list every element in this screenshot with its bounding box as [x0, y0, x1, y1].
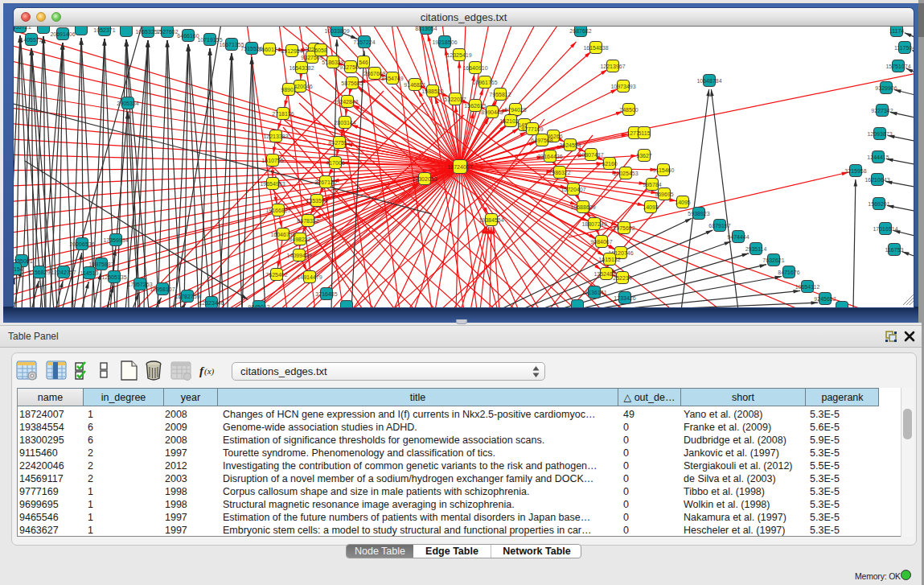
- svg-text:116753: 116753: [885, 247, 904, 253]
- svg-text:18807249: 18807249: [581, 221, 606, 227]
- svg-text:9146821: 9146821: [404, 82, 425, 88]
- svg-text:53627: 53627: [636, 153, 652, 159]
- svg-text:8660124: 8660124: [258, 47, 280, 52]
- svg-text:7986322: 7986322: [548, 170, 570, 175]
- svg-text:19218506: 19218506: [432, 39, 457, 45]
- svg-text:(x): (x): [204, 366, 215, 377]
- svg-text:2803144: 2803144: [334, 120, 355, 126]
- svg-text:15720407: 15720407: [561, 187, 585, 192]
- svg-text:8813054: 8813054: [415, 27, 437, 31]
- svg-text:10025453: 10025453: [613, 171, 638, 176]
- svg-text:12213967: 12213967: [600, 64, 625, 69]
- svg-text:8454749: 8454749: [381, 76, 403, 81]
- svg-text:2687682: 2687682: [569, 28, 591, 34]
- svg-text:62160: 62160: [602, 161, 618, 167]
- svg-text:10961765: 10961765: [472, 80, 497, 85]
- svg-text:9777169: 9777169: [521, 126, 543, 132]
- svg-text:14093: 14093: [643, 204, 659, 210]
- svg-text:1615132: 1615132: [598, 257, 620, 262]
- svg-text:2905334: 2905334: [117, 101, 138, 106]
- svg-text:9474444: 9474444: [727, 234, 749, 240]
- svg-text:7955812: 7955812: [489, 92, 511, 97]
- svg-text:16154838: 16154838: [583, 45, 608, 51]
- svg-text:8678332: 8678332: [297, 218, 318, 224]
- svg-text:1052371: 1052371: [93, 27, 115, 33]
- svg-text:19384554: 19384554: [478, 217, 503, 223]
- svg-text:9084067: 9084067: [590, 239, 612, 245]
- svg-text:8427552: 8427552: [328, 140, 350, 146]
- svg-text:20206536: 20206536: [69, 241, 94, 247]
- svg-text:6497568: 6497568: [531, 138, 552, 143]
- svg-text:12242757: 12242757: [51, 270, 76, 275]
- svg-text:6466160: 6466160: [177, 33, 199, 39]
- svg-text:5875685: 5875685: [341, 80, 363, 86]
- svg-text:748500: 748500: [619, 107, 638, 113]
- svg-text:9329906: 9329906: [875, 85, 897, 91]
- svg-text:8990448: 8990448: [481, 109, 503, 115]
- svg-text:1117504: 1117504: [894, 45, 914, 51]
- svg-text:6058: 6058: [314, 47, 327, 53]
- svg-text:19166827: 19166827: [265, 208, 290, 213]
- svg-text:9245012: 9245012: [248, 304, 269, 308]
- svg-text:8471676: 8471676: [778, 270, 799, 275]
- svg-text:16543382: 16543382: [289, 65, 314, 71]
- svg-text:12325419: 12325419: [446, 52, 471, 58]
- svg-text:14914479: 14914479: [297, 274, 322, 280]
- svg-text:995784: 995784: [643, 182, 661, 187]
- svg-text:16046736: 16046736: [270, 232, 295, 237]
- svg-text:417006: 417006: [326, 160, 344, 166]
- svg-text:17957253: 17957253: [127, 282, 152, 287]
- svg-text:1562615: 1562615: [464, 103, 486, 109]
- svg-text:1610755: 1610755: [261, 158, 283, 163]
- svg-text:2055721: 2055721: [14, 27, 31, 30]
- svg-text:3215958: 3215958: [844, 168, 866, 174]
- svg-text:17016514: 17016514: [873, 226, 897, 232]
- svg-text:23302053: 23302053: [412, 176, 437, 182]
- svg-text:18724007: 18724007: [447, 164, 472, 170]
- svg-text:16210643: 16210643: [864, 177, 889, 183]
- svg-text:5322037: 5322037: [444, 97, 466, 102]
- svg-text:23164436: 23164436: [537, 154, 562, 159]
- svg-text:14099489: 14099489: [286, 253, 311, 258]
- svg-text:10973493: 10973493: [610, 84, 635, 89]
- svg-text:7625402: 7625402: [265, 272, 287, 278]
- svg-text:14136141: 14136141: [581, 290, 606, 295]
- svg-text:12093873: 12093873: [867, 131, 892, 137]
- svg-text:39154: 39154: [14, 266, 23, 272]
- svg-text:252214: 252214: [613, 275, 631, 281]
- svg-text:6794028: 6794028: [504, 107, 526, 113]
- svg-text:3267130: 3267130: [314, 179, 336, 185]
- svg-text:3716485: 3716485: [315, 291, 337, 297]
- svg-text:7357224: 7357224: [353, 39, 375, 45]
- svg-text:5115: 5115: [638, 130, 650, 136]
- svg-text:1353594: 1353594: [306, 198, 327, 204]
- svg-text:9245652: 9245652: [814, 296, 836, 302]
- svg-text:10958107: 10958107: [150, 286, 175, 292]
- svg-text:12323446: 12323446: [199, 300, 224, 306]
- svg-text:1527602: 1527602: [156, 29, 178, 35]
- svg-text:1588520: 1588520: [421, 89, 443, 94]
- svg-text:14095: 14095: [675, 200, 691, 205]
- svg-text:17359934: 17359934: [103, 237, 128, 243]
- svg-text:8912954: 8912954: [281, 48, 302, 54]
- svg-text:9115460: 9115460: [653, 167, 675, 173]
- svg-text:11174: 11174: [889, 28, 905, 34]
- svg-text:6879197: 6879197: [708, 223, 730, 229]
- svg-text:19654983: 19654983: [260, 181, 285, 187]
- svg-text:20691406: 20691406: [50, 31, 75, 37]
- svg-text:1405572: 1405572: [20, 37, 42, 43]
- svg-text:546: 546: [359, 60, 368, 65]
- svg-text:5938923: 5938923: [688, 211, 709, 216]
- svg-text:10975887: 10975887: [88, 262, 113, 267]
- svg-text:1569291: 1569291: [868, 201, 889, 207]
- svg-text:10807487: 10807487: [578, 152, 603, 158]
- svg-text:15751074: 15751074: [885, 64, 910, 69]
- svg-text:10033809: 10033809: [324, 28, 349, 34]
- svg-text:9227342: 9227342: [871, 108, 893, 113]
- svg-text:969695: 969695: [655, 192, 673, 197]
- svg-text:10648784: 10648784: [696, 78, 721, 84]
- svg-text:98901: 98901: [281, 87, 297, 93]
- svg-text:12213383: 12213383: [263, 134, 288, 139]
- svg-text:1733426: 1733426: [614, 295, 635, 301]
- svg-text:10654112: 10654112: [795, 284, 820, 290]
